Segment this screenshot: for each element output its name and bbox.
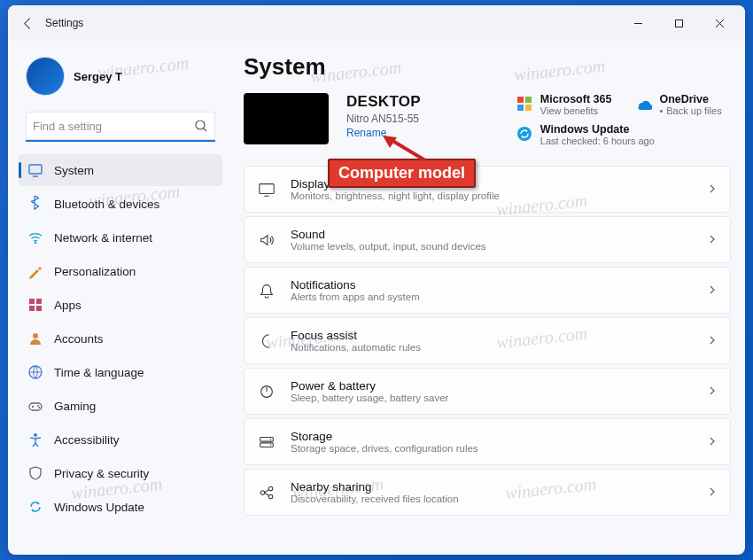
svg-point-24 <box>270 444 271 445</box>
sidebar-item-time[interactable]: Time & language <box>19 356 222 388</box>
brush-icon <box>27 263 43 279</box>
sidebar-item-label: System <box>54 164 94 177</box>
settings-cards: DisplayMonitors, brightness, night light… <box>244 166 731 516</box>
sidebar-item-network[interactable]: Network & internet <box>19 222 222 253</box>
card-title: Sound <box>291 228 486 241</box>
svg-rect-0 <box>675 19 682 27</box>
card-body: NotificationsAlerts from apps and system <box>291 278 420 302</box>
svg-point-8 <box>33 333 38 338</box>
tile-title: Microsoft 365 <box>540 93 612 105</box>
close-button[interactable] <box>699 9 740 37</box>
svg-rect-6 <box>29 306 35 311</box>
monitor-icon <box>27 162 43 178</box>
onedrive-icon <box>634 95 652 113</box>
user-profile[interactable]: Sergey T <box>19 48 222 106</box>
sidebar-item-update[interactable]: Windows Update <box>19 491 222 523</box>
svg-point-3 <box>35 242 36 244</box>
sidebar-item-label: Personalization <box>54 265 136 278</box>
chevron-right-icon <box>707 232 718 248</box>
quick-tiles: Microsoft 365 View benefits OneDrive •Ba… <box>516 93 731 146</box>
sidebar-item-label: Windows Update <box>54 501 144 514</box>
svg-rect-14 <box>517 97 524 103</box>
svg-rect-5 <box>36 299 42 304</box>
sidebar-item-apps[interactable]: Apps <box>19 289 222 321</box>
sidebar-item-system[interactable]: System <box>19 154 222 186</box>
window-controls <box>617 9 740 37</box>
bluetooth-icon <box>27 196 43 212</box>
svg-point-12 <box>39 407 41 408</box>
page-title: System <box>244 53 740 81</box>
card-body: SoundVolume levels, output, input, sound… <box>291 228 486 252</box>
device-model: Nitro AN515-55 <box>346 113 421 125</box>
main-scroll[interactable]: DESKTOP Nitro AN515-55 Rename Microsoft … <box>244 93 740 555</box>
nav: SystemBluetooth & devicesNetwork & inter… <box>19 154 222 523</box>
tile-sub: •Back up files <box>659 105 721 116</box>
tile-microsoft365[interactable]: Microsoft 365 View benefits <box>516 93 612 116</box>
tile-title: Windows Update <box>540 123 655 136</box>
maximize-button[interactable] <box>658 9 699 37</box>
person-icon <box>27 331 43 346</box>
annotation-callout: Computer model <box>328 159 476 188</box>
power-icon <box>257 382 276 401</box>
card-focus[interactable]: Focus assistNotifications, automatic rul… <box>244 317 731 364</box>
sidebar-item-privacy[interactable]: Privacy & security <box>19 457 222 489</box>
card-sub: Sleep, battery usage, battery saver <box>291 393 448 403</box>
card-sub: Notifications, automatic rules <box>291 342 421 353</box>
card-title: Power & battery <box>291 379 448 393</box>
tile-onedrive[interactable]: OneDrive •Back up files <box>634 93 731 116</box>
card-storage[interactable]: StorageStorage space, drives, configurat… <box>244 418 731 465</box>
tile-windows-update[interactable]: Windows Update Last checked: 6 hours ago <box>516 123 731 146</box>
device-name: DESKTOP <box>346 93 421 111</box>
sidebar-item-accessibility[interactable]: Accessibility <box>19 424 222 455</box>
user-name: Sergey T <box>74 70 122 83</box>
sidebar: Sergey T SystemBluetooth & devicesNetwor… <box>8 41 228 555</box>
sidebar-item-accounts[interactable]: Accounts <box>19 323 222 354</box>
window-title: Settings <box>45 17 83 29</box>
svg-point-27 <box>268 494 273 499</box>
device-thumbnail <box>244 93 329 144</box>
globe-icon <box>27 364 43 380</box>
svg-rect-19 <box>260 183 274 193</box>
svg-rect-2 <box>29 165 42 174</box>
back-button[interactable] <box>13 9 42 37</box>
card-title: Nearby sharing <box>291 480 459 494</box>
card-display[interactable]: DisplayMonitors, brightness, night light… <box>244 166 731 213</box>
sidebar-item-gaming[interactable]: Gaming <box>19 390 222 422</box>
card-power[interactable]: Power & batterySleep, battery usage, bat… <box>244 368 731 415</box>
card-sub: Monitors, brightness, night light, displ… <box>291 191 500 201</box>
sound-icon <box>257 230 276 250</box>
card-body: Focus assistNotifications, automatic rul… <box>291 329 421 353</box>
search-wrap <box>26 112 215 142</box>
sidebar-item-label: Accounts <box>54 332 104 346</box>
bell-icon <box>257 281 276 300</box>
svg-point-26 <box>268 486 273 491</box>
m365-icon <box>516 95 533 113</box>
titlebar: Settings <box>8 5 745 41</box>
sync-icon <box>516 125 533 143</box>
card-body: Power & batterySleep, battery usage, bat… <box>291 379 448 403</box>
card-notifications[interactable]: NotificationsAlerts from apps and system <box>244 267 731 314</box>
card-nearby[interactable]: Nearby sharingDiscoverability, received … <box>244 469 731 516</box>
svg-point-1 <box>196 121 205 129</box>
tile-title: OneDrive <box>659 93 721 105</box>
annotation-label: Computer model <box>328 159 476 188</box>
sidebar-item-label: Network & internet <box>54 231 152 245</box>
search-input[interactable] <box>26 112 215 142</box>
sidebar-item-label: Bluetooth & devices <box>54 198 159 211</box>
search-icon <box>194 119 208 133</box>
maximize-icon <box>674 19 684 28</box>
minimize-button[interactable] <box>617 9 658 37</box>
sidebar-item-label: Gaming <box>54 400 96 413</box>
window-body: Sergey T SystemBluetooth & devicesNetwor… <box>8 41 745 555</box>
sidebar-item-label: Privacy & security <box>54 467 149 480</box>
sidebar-item-bluetooth[interactable]: Bluetooth & devices <box>19 188 222 220</box>
device-info: DESKTOP Nitro AN515-55 Rename <box>346 93 421 139</box>
sidebar-item-personalization[interactable]: Personalization <box>19 255 222 287</box>
chevron-right-icon <box>707 283 718 299</box>
card-body: StorageStorage space, drives, configurat… <box>291 430 478 454</box>
card-sound[interactable]: SoundVolume levels, output, input, sound… <box>244 216 731 263</box>
accessibility-icon <box>27 432 43 447</box>
close-icon <box>715 19 725 28</box>
device-hero: DESKTOP Nitro AN515-55 Rename Microsoft … <box>244 93 731 146</box>
svg-point-11 <box>37 405 39 407</box>
